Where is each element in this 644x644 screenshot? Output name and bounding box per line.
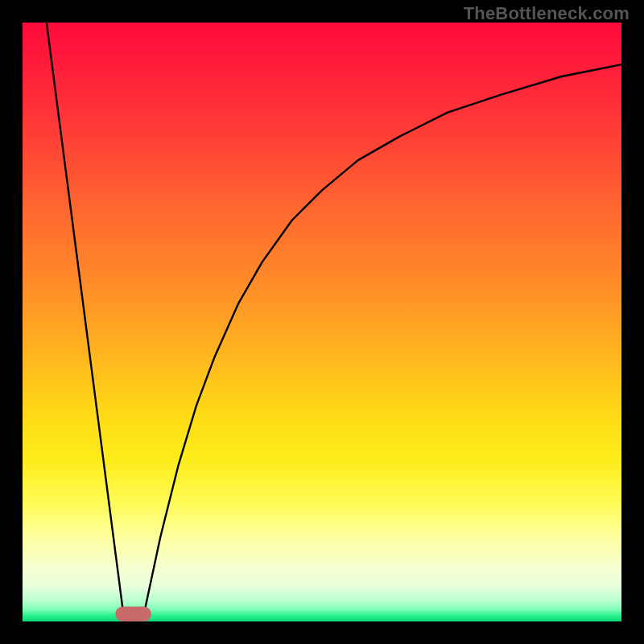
plot-area xyxy=(23,23,621,621)
bottleneck-marker xyxy=(115,606,151,621)
watermark-text: TheBottleneck.com xyxy=(464,3,630,24)
curve-layer xyxy=(23,23,621,621)
right-asymptotic-curve xyxy=(142,64,621,621)
chart-frame: TheBottleneck.com xyxy=(0,0,644,644)
left-descending-line xyxy=(47,23,125,621)
